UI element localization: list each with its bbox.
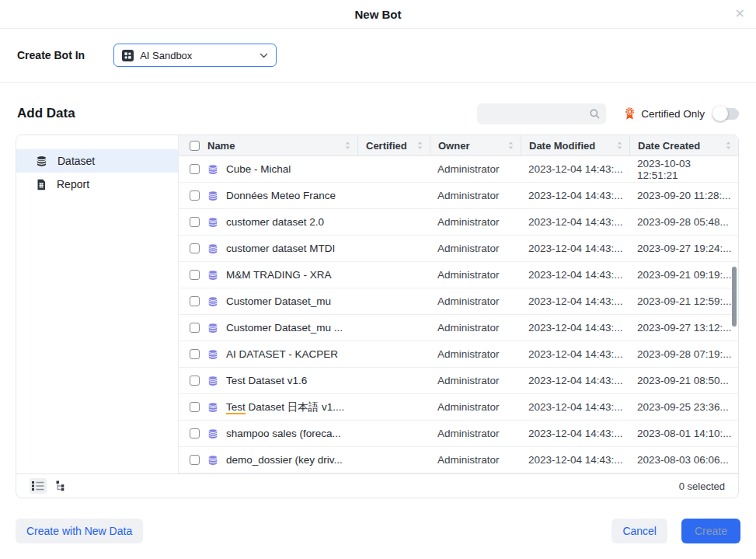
row-checkbox[interactable] (190, 243, 200, 253)
row-checkbox[interactable] (190, 164, 200, 174)
row-date-created: 2023-08-01 14:10:... (629, 428, 738, 439)
row-owner: Administrator (430, 216, 521, 228)
dataset-cube-icon (207, 164, 218, 175)
row-checkbox[interactable] (190, 349, 200, 359)
certified-only-label: Certified Only (641, 108, 705, 120)
row-date-modified: 2023-12-04 14:43:... (521, 375, 629, 386)
table-row[interactable]: Données Meteo France Administrator 2023-… (179, 183, 738, 209)
row-checkbox[interactable] (190, 190, 200, 201)
toggle-knob (712, 106, 728, 121)
row-checkbox[interactable] (190, 428, 200, 438)
table-row[interactable]: Test Dataset v1.6 Administrator 2023-12-… (179, 368, 738, 394)
row-name-highlight: Test (226, 401, 246, 414)
table-row[interactable]: AI DATASET - KACPER Administrator 2023-1… (179, 341, 738, 368)
row-name-text: Cube - Michal (226, 163, 291, 175)
cancel-button[interactable]: Cancel (611, 519, 667, 543)
row-checkbox[interactable] (190, 455, 200, 465)
tree-view-button[interactable] (51, 478, 68, 494)
row-name-text: customer dataset 2.0 (226, 216, 324, 228)
sort-icon[interactable] (344, 141, 351, 150)
row-date-modified: 2023-12-04 14:43:... (521, 216, 629, 228)
table-row[interactable]: customer dataset 2.0 Administrator 2023-… (179, 209, 738, 236)
create-button[interactable]: Create (681, 519, 740, 543)
select-all-checkbox[interactable] (190, 141, 200, 151)
create-with-new-data-button[interactable]: Create with New Data (16, 519, 143, 543)
row-name: customer dataset 2.0 (226, 216, 324, 228)
dataset-cube-icon (207, 349, 218, 360)
row-name-text: M&M TRADING - XRA (226, 269, 332, 281)
sort-icon[interactable] (616, 141, 623, 150)
table-row[interactable]: demo_dossier (key driv... Administrator … (179, 447, 738, 473)
column-header-date-modified[interactable]: Date Modified (521, 135, 629, 155)
row-date-created: 2023-09-27 13:12:... (629, 322, 738, 334)
search-icon (590, 109, 600, 119)
row-owner: Administrator (430, 348, 521, 360)
list-view-button[interactable] (30, 478, 47, 494)
row-name: M&M TRADING - XRA (226, 269, 332, 281)
row-name-highlight: Test (226, 375, 246, 386)
row-name-cell: Données Meteo France (179, 190, 357, 201)
sort-icon[interactable] (416, 141, 423, 150)
row-date-modified: 2023-12-04 14:43:... (521, 269, 629, 281)
project-select-dropdown[interactable]: AI Sandbox (113, 44, 277, 67)
dialog-header: New Bot ✕ (0, 0, 756, 29)
row-name: Customer Dataset_mu (226, 295, 331, 307)
row-name: shampoo sales (foreca... (226, 428, 341, 439)
row-checkbox[interactable] (190, 270, 200, 280)
row-name-text: Données Meteo France (226, 190, 336, 201)
column-header-name[interactable]: Name (179, 135, 357, 155)
row-checkbox[interactable] (190, 296, 200, 306)
row-checkbox[interactable] (190, 402, 200, 412)
sidebar-item-dataset[interactable]: Dataset (16, 149, 178, 173)
row-name: Cube - Michal (226, 163, 291, 175)
row-name: Customer Dataset_mu ... (226, 322, 343, 334)
row-name-text: Customer Dataset_mu ... (226, 322, 343, 334)
table-row[interactable]: Customer Dataset_mu Administrator 2023-1… (179, 288, 738, 315)
table-row[interactable]: Customer Dataset_mu ... Administrator 20… (179, 315, 738, 341)
sidebar-item-label: Dataset (57, 155, 95, 167)
search-box (477, 103, 606, 124)
row-name: Test Dataset v1.6 (226, 375, 307, 386)
row-name-cell: M&M TRADING - XRA (179, 269, 357, 281)
column-header-certified[interactable]: Certified (357, 135, 430, 155)
row-name-cell: Test Dataset 日本語 v1.... (179, 400, 357, 414)
row-owner: Administrator (430, 190, 521, 201)
add-data-bar: Add Data Certified Only (17, 103, 739, 124)
row-name-text: Customer Dataset_mu (226, 295, 331, 307)
row-date-created: 2023-09-28 07:19:... (629, 348, 738, 360)
row-date-created: 2023-09-21 09:19:... (629, 269, 738, 281)
row-owner: Administrator (430, 428, 521, 439)
chevron-down-icon (260, 53, 268, 58)
close-icon[interactable]: ✕ (735, 8, 745, 20)
sort-icon[interactable] (507, 141, 514, 150)
dataset-cube-icon (207, 270, 218, 281)
row-name-cell: Customer Dataset_mu (179, 295, 357, 307)
row-name: demo_dossier (key driv... (226, 454, 343, 466)
footer-actions: Cancel Create (611, 519, 740, 543)
search-input[interactable] (477, 103, 606, 124)
sidebar-item-report[interactable]: Report (16, 173, 178, 196)
column-label: Date Modified (529, 140, 595, 152)
table-row[interactable]: shampoo sales (foreca... Administrator 2… (179, 421, 738, 447)
column-header-owner[interactable]: Owner (430, 135, 521, 155)
certified-only-toggle[interactable] (713, 108, 739, 120)
row-date-modified: 2023-12-04 14:43:... (521, 401, 629, 413)
column-header-date-created[interactable]: Date Created (629, 135, 738, 155)
vertical-scrollbar-thumb[interactable] (732, 267, 737, 327)
table-row[interactable]: M&M TRADING - XRA Administrator 2023-12-… (179, 262, 738, 288)
row-date-created: 2023-09-28 05:48... (629, 216, 738, 228)
dataset-cube-icon (207, 376, 218, 386)
row-name-cell: customer dataset 2.0 (179, 216, 357, 228)
table-row[interactable]: Test Dataset 日本語 v1.... Administrator 20… (179, 394, 738, 421)
table-row[interactable]: customer dataset MTDI Administrator 2023… (179, 236, 738, 262)
row-checkbox[interactable] (190, 217, 200, 227)
row-name-cell: customer dataset MTDI (179, 243, 357, 254)
row-checkbox[interactable] (190, 323, 200, 333)
row-owner: Administrator (430, 269, 521, 281)
certified-only-group: Certified Only (624, 107, 739, 121)
row-checkbox[interactable] (190, 376, 200, 386)
sort-icon[interactable] (725, 141, 732, 150)
row-name-cell: AI DATASET - KACPER (179, 348, 357, 360)
row-owner: Administrator (430, 163, 521, 175)
table-row[interactable]: Cube - Michal Administrator 2023-12-04 1… (179, 156, 738, 183)
